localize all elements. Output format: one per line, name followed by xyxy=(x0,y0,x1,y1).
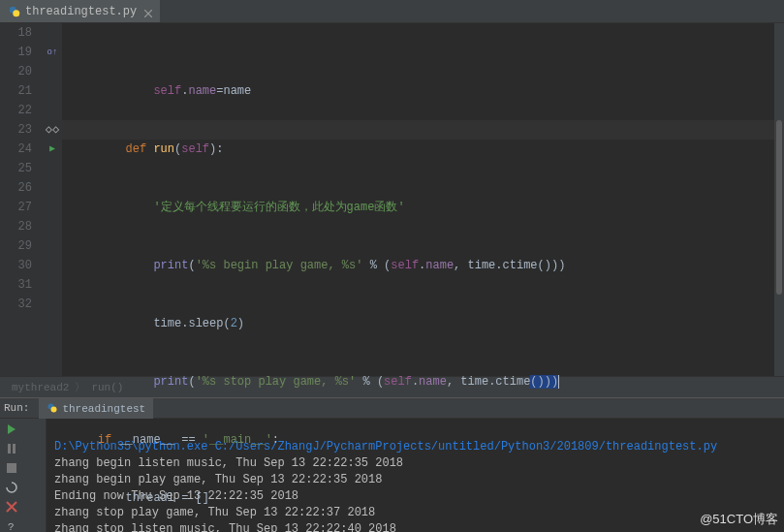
breadcrumb-class[interactable]: mythread2 xyxy=(12,382,69,393)
line-number: 28 xyxy=(0,217,32,236)
line-number: 25 xyxy=(0,159,32,178)
line-number: 29 xyxy=(0,236,32,256)
stop-icon[interactable] xyxy=(5,461,18,475)
line-number: 26 xyxy=(0,178,32,198)
svg-rect-4 xyxy=(8,444,11,454)
editor-scrollbar[interactable] xyxy=(774,23,784,376)
rerun-icon[interactable] xyxy=(5,422,18,436)
python-file-icon xyxy=(47,402,58,417)
pause-icon[interactable] xyxy=(5,442,18,455)
close-tab-icon[interactable] xyxy=(144,8,152,16)
svg-rect-6 xyxy=(7,463,16,473)
line-number: 32 xyxy=(0,295,32,314)
gutter-markers: o↑ ◇◇ ▶ xyxy=(43,23,62,376)
line-number: 27 xyxy=(0,198,32,217)
line-number: 18 xyxy=(0,23,32,43)
override-marker-icon[interactable]: o↑ xyxy=(43,43,62,62)
run-toolbar-left: ? xyxy=(0,419,23,532)
line-number: 21 xyxy=(0,81,32,101)
python-file-icon xyxy=(8,5,21,18)
line-number: 23 xyxy=(0,120,32,140)
code-content[interactable]: self.name=name def run(self): '定义每个线程要运行… xyxy=(62,23,784,376)
svg-rect-5 xyxy=(13,444,16,454)
svg-text:?: ? xyxy=(8,521,15,532)
run-gutter-icon[interactable]: ▶ xyxy=(43,140,62,159)
line-number: 19 xyxy=(0,43,32,62)
line-gutter: 18 19 20 21 22 23 24 25 26 27 28 29 30 3… xyxy=(0,23,43,376)
line-number: 31 xyxy=(0,275,32,295)
help-icon[interactable]: ? xyxy=(5,519,18,532)
editor-tab-bar: threadingtest.py xyxy=(0,0,784,23)
line-number: 20 xyxy=(0,62,32,81)
svg-point-3 xyxy=(51,406,57,412)
svg-point-1 xyxy=(13,10,19,16)
restart-icon[interactable] xyxy=(5,481,18,494)
line-number: 22 xyxy=(0,101,32,120)
file-tab-label: threadingtest.py xyxy=(25,5,137,18)
vcs-change-marker[interactable]: ◇◇ xyxy=(43,120,62,140)
close-icon[interactable] xyxy=(5,500,18,514)
line-number: 24 xyxy=(0,140,32,159)
line-number: 30 xyxy=(0,256,32,275)
run-label: Run: xyxy=(4,402,29,414)
run-toolbar-inner xyxy=(23,419,47,532)
current-line-highlight xyxy=(62,120,784,140)
watermark-text: @51CTO博客 xyxy=(700,511,778,528)
scrollbar-thumb[interactable] xyxy=(776,120,782,295)
file-tab-threadingtest[interactable]: threadingtest.py xyxy=(0,0,160,22)
code-editor[interactable]: 18 19 20 21 22 23 24 25 26 27 28 29 30 3… xyxy=(0,23,784,376)
text-cursor xyxy=(558,375,559,389)
